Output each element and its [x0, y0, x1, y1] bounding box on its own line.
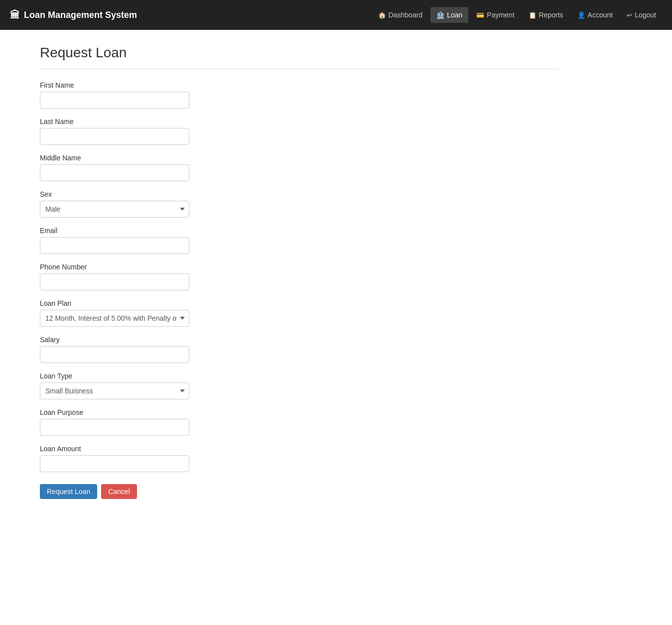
reports-icon: 📋 — [529, 11, 537, 19]
nav-label-reports: Reports — [539, 11, 563, 19]
nav-item-account[interactable]: 👤 Account — [571, 7, 619, 23]
phone-number-group: Phone Number — [40, 263, 558, 290]
salary-label: Salary — [40, 336, 558, 344]
middle-name-group: Middle Name — [40, 154, 558, 181]
page-title: Request Loan — [40, 45, 558, 61]
first-name-group: First Name — [40, 81, 558, 109]
loan-plan-label: Loan Plan — [40, 299, 558, 307]
loan-icon: 🏦 — [436, 11, 444, 19]
nav-link-dashboard[interactable]: 🏠 Dashboard — [372, 7, 429, 23]
loan-purpose-label: Loan Purpose — [40, 408, 558, 416]
loan-plan-select[interactable]: 12 Month, Interest of 5.00% with Penalty… — [40, 310, 189, 327]
logout-icon: ↩ — [627, 11, 632, 19]
nav-label-loan: Loan — [447, 11, 462, 19]
payment-icon: 💳 — [476, 11, 484, 19]
nav-link-loan[interactable]: 🏦 Loan — [430, 7, 468, 23]
last-name-group: Last Name — [40, 118, 558, 145]
last-name-label: Last Name — [40, 118, 558, 125]
nav-item-logout[interactable]: ↩ Logout — [621, 7, 662, 23]
email-input[interactable] — [40, 237, 189, 254]
cancel-button[interactable]: Cancel — [101, 484, 137, 499]
nav-item-payment[interactable]: 💳 Payment — [470, 7, 520, 23]
form-actions: Request Loan Cancel — [40, 484, 558, 499]
phone-number-label: Phone Number — [40, 263, 558, 271]
nav-link-logout[interactable]: ↩ Logout — [621, 7, 662, 23]
brand-icon: 🏛 — [10, 9, 20, 21]
request-loan-button[interactable]: Request Loan — [40, 484, 97, 499]
main-content: Request Loan First Name Last Name Middle… — [0, 30, 598, 514]
dashboard-icon: 🏠 — [378, 11, 386, 19]
navbar: 🏛 Loan Management System 🏠 Dashboard 🏦 L… — [0, 0, 672, 30]
loan-type-group: Loan Type Small Buisness Personal Home A… — [40, 372, 558, 399]
title-divider — [40, 69, 558, 69]
brand-title: Loan Management System — [24, 10, 137, 20]
middle-name-input[interactable] — [40, 164, 189, 181]
nav-label-dashboard: Dashboard — [389, 11, 423, 19]
nav-item-loan[interactable]: 🏦 Loan — [430, 7, 468, 23]
nav-item-dashboard[interactable]: 🏠 Dashboard — [372, 7, 429, 23]
sex-label: Sex — [40, 190, 558, 198]
sex-group: Sex Male Female — [40, 190, 558, 218]
account-icon: 👤 — [577, 11, 585, 19]
first-name-label: First Name — [40, 81, 558, 89]
nav-link-reports[interactable]: 📋 Reports — [523, 7, 569, 23]
loan-purpose-input[interactable] — [40, 419, 189, 436]
last-name-input[interactable] — [40, 128, 189, 145]
email-label: Email — [40, 227, 558, 235]
nav-link-payment[interactable]: 💳 Payment — [470, 7, 520, 23]
nav-label-logout: Logout — [635, 11, 656, 19]
middle-name-label: Middle Name — [40, 154, 558, 162]
sex-select[interactable]: Male Female — [40, 201, 189, 218]
nav-menu: 🏠 Dashboard 🏦 Loan 💳 Payment 📋 Reports — [372, 7, 662, 23]
nav-label-account: Account — [588, 11, 613, 19]
loan-amount-group: Loan Amount — [40, 445, 558, 472]
loan-amount-input[interactable] — [40, 455, 189, 472]
loan-type-label: Loan Type — [40, 372, 558, 380]
brand-logo[interactable]: 🏛 Loan Management System — [10, 9, 137, 21]
salary-input[interactable] — [40, 346, 189, 363]
phone-number-input[interactable] — [40, 273, 189, 290]
nav-label-payment: Payment — [487, 11, 514, 19]
email-group: Email — [40, 227, 558, 254]
first-name-input[interactable] — [40, 92, 189, 109]
loan-plan-group: Loan Plan 12 Month, Interest of 5.00% wi… — [40, 299, 558, 327]
salary-group: Salary — [40, 336, 558, 363]
nav-item-reports[interactable]: 📋 Reports — [523, 7, 569, 23]
loan-purpose-group: Loan Purpose — [40, 408, 558, 436]
loan-type-select[interactable]: Small Buisness Personal Home Auto — [40, 382, 189, 399]
request-loan-form: First Name Last Name Middle Name Sex Mal… — [40, 81, 558, 499]
loan-amount-label: Loan Amount — [40, 445, 558, 453]
nav-link-account[interactable]: 👤 Account — [571, 7, 619, 23]
